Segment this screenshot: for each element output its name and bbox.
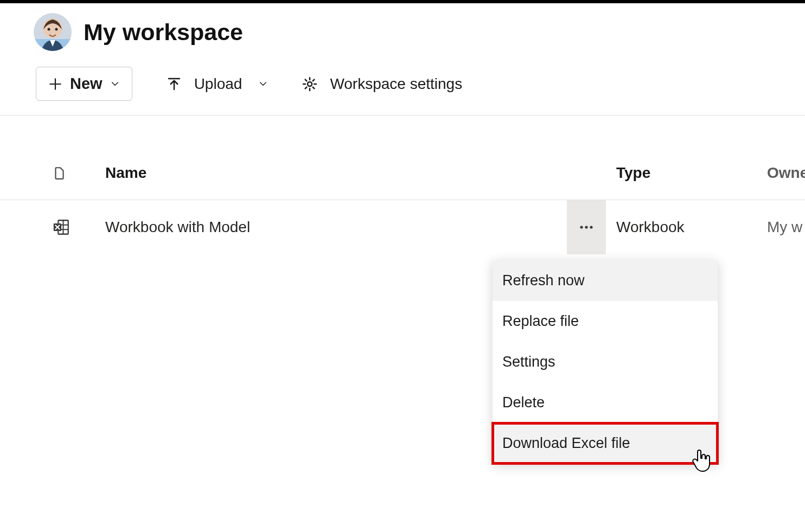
menu-item-download-excel[interactable]: Download Excel file (493, 423, 718, 464)
column-header-name[interactable]: Name (105, 164, 563, 182)
table-row[interactable]: Workbook with Model Workbook My w (0, 200, 805, 254)
column-header-icon (34, 166, 105, 180)
item-name[interactable]: Workbook with Model (105, 219, 563, 236)
upload-button[interactable]: Upload (166, 75, 269, 93)
context-menu: Refresh now Replace file Settings Delete… (493, 260, 718, 464)
item-owner: My w (767, 219, 805, 236)
more-options-button[interactable] (567, 200, 606, 254)
gear-icon (302, 76, 318, 92)
workspace-title: My workspace (84, 19, 243, 46)
svg-point-4 (55, 28, 58, 31)
file-icon (52, 166, 66, 180)
column-header-owner[interactable]: Owner (767, 164, 805, 182)
workspace-avatar (34, 13, 72, 51)
excel-icon (52, 218, 71, 236)
workspace-settings-label: Workspace settings (330, 75, 462, 93)
chevron-down-icon (258, 79, 268, 89)
svg-point-8 (580, 226, 583, 228)
svg-point-5 (308, 82, 312, 86)
menu-item-delete[interactable]: Delete (493, 382, 718, 423)
svg-point-10 (590, 226, 592, 228)
new-button[interactable]: New (36, 67, 132, 101)
table-header-row: Name Type Owner (0, 146, 805, 200)
workspace-settings-button[interactable]: Workspace settings (302, 75, 462, 93)
svg-point-3 (48, 28, 50, 31)
menu-item-refresh[interactable]: Refresh now (493, 260, 718, 301)
menu-item-settings[interactable]: Settings (493, 342, 718, 382)
upload-icon (166, 76, 182, 92)
chevron-down-icon (110, 79, 120, 89)
more-icon (579, 225, 593, 229)
menu-item-replace[interactable]: Replace file (493, 301, 718, 342)
plus-icon (48, 77, 62, 91)
item-type: Workbook (610, 219, 767, 236)
content-table: Name Type Owner Workbook with Model (0, 116, 805, 254)
toolbar: New Upload Workspace settings (0, 51, 805, 115)
svg-point-9 (585, 226, 587, 228)
workspace-header: My workspace (0, 3, 805, 51)
upload-label: Upload (194, 75, 242, 93)
column-header-type[interactable]: Type (610, 164, 767, 182)
new-button-label: New (70, 75, 103, 93)
